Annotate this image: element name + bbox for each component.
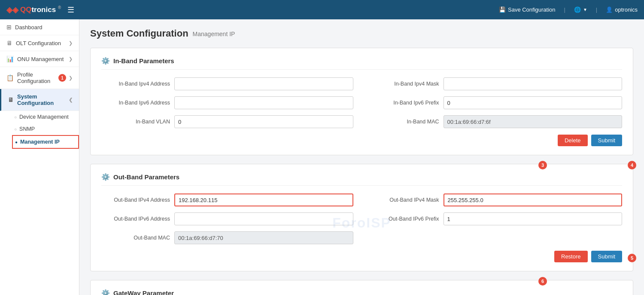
inband-actions: Delete Submit: [101, 135, 622, 146]
gateway-icon: ⚙️: [101, 289, 110, 295]
outband-ipv6-prefix-row: Out-Band IPv6 Prefix: [371, 212, 623, 225]
sidebar-item-label: System Configuration: [17, 93, 69, 106]
brand-logo: ◈◈ QQtronics ®: [6, 5, 61, 15]
olt-icon: 🖥: [6, 40, 12, 46]
circle-icon2: ○: [14, 127, 17, 132]
sidebar-sub-label: Management IP: [20, 139, 60, 145]
sidebar-item-snmp[interactable]: ○ SNMP: [12, 123, 79, 135]
profile-icon: 📋: [6, 74, 14, 81]
outband-ipv4-address-row: Out-Band IPv4 Address: [101, 194, 353, 206]
outband-ipv4-mask-input[interactable]: [444, 194, 623, 206]
inband-mac-input: [444, 115, 623, 128]
main-content: System Configuration Management IP ⚙️ In…: [79, 19, 644, 295]
outband-ipv6-prefix-label: Out-Band IPv6 Prefix: [371, 216, 439, 222]
sidebar-item-dashboard[interactable]: ⊞ Dashboard: [0, 19, 79, 35]
inband-submit-button[interactable]: Submit: [591, 135, 622, 146]
inband-ipv6-prefix-row: In-Band Ipv6 Prefix: [371, 96, 623, 109]
outband-ipv6-address-input[interactable]: [174, 212, 353, 225]
inband-ipv6-prefix-input[interactable]: [444, 96, 623, 109]
inband-section-header: ⚙️ In-Band Parameters: [101, 57, 622, 70]
outband-ipv6-prefix-input[interactable]: [444, 212, 623, 225]
inband-icon: ⚙️: [101, 57, 110, 65]
dashboard-icon: ⊞: [6, 24, 12, 31]
inband-ipv6-label: In-Band Ipv6 Address: [101, 100, 170, 106]
top-navigation: ◈◈ QQtronics ® ☰ 💾 Save Configuration | …: [0, 0, 644, 19]
outband-mask-label: Out-Band IPv4 Mask: [371, 197, 439, 203]
user-menu-button[interactable]: 👤 optronics: [606, 6, 638, 13]
sidebar: ⊞ Dashboard 🖥 OLT Configuration ❯ 📊 ONU …: [0, 19, 79, 295]
outband-submit-button[interactable]: Submit: [591, 251, 622, 262]
chevron-right-icon3: ❯: [69, 75, 73, 81]
inband-section: ⚙️ In-Band Parameters In-Band Ipv4 Addre…: [90, 48, 633, 155]
language-button[interactable]: 🌐 ▼: [574, 6, 587, 13]
logo-name: QQtronics ®: [20, 5, 61, 14]
gateway-section-header: ⚙️ GateWay Parameter: [101, 289, 622, 295]
menu-toggle-button[interactable]: ☰: [67, 5, 74, 15]
inband-vlan-input[interactable]: [174, 115, 353, 128]
save-label: Save Configuration: [508, 6, 556, 13]
sidebar-item-label: Dashboard: [15, 24, 43, 31]
annotation-badge-5: 5: [628, 254, 636, 262]
sidebar-item-onu-mgmt[interactable]: 📊 ONU Management ❯: [0, 51, 79, 67]
inband-mac-label: In-Band MAC: [371, 119, 439, 125]
inband-vlan-label: In-Band VLAN: [101, 119, 170, 125]
inband-ipv4-mask-row: In-Band Ipv4 Mask: [371, 77, 623, 90]
inband-ipv4-mask-input[interactable]: [444, 77, 623, 90]
annotation-badge-3: 3: [538, 161, 547, 169]
outband-form: Out-Band IPv4 Address Out-Band IPv4 Mask…: [101, 194, 622, 244]
annotation-badge-4: 4: [628, 161, 636, 169]
page-header: System Configuration Management IP: [90, 28, 633, 39]
inband-ipv4-address-input[interactable]: [174, 77, 353, 90]
inband-title: In-Band Parameters: [113, 57, 174, 65]
nav-right: 💾 Save Configuration | 🌐 ▼ | 👤 optronics: [499, 6, 638, 13]
sidebar-item-system-config[interactable]: 🖥 System Configuration ❮: [0, 89, 79, 111]
nav-divider2: |: [596, 6, 597, 13]
inband-delete-button[interactable]: Delete: [558, 135, 588, 146]
outband-icon: ⚙️: [101, 173, 110, 181]
inband-ipv4-label: In-Band Ipv4 Address: [101, 81, 170, 87]
sidebar-item-profile-config[interactable]: 📋 Profile Configuration 1 ❯: [0, 67, 79, 89]
page-subtitle: Management IP: [193, 31, 235, 37]
logo-icon: ◈◈: [6, 5, 18, 15]
outband-ipv6-label: Out-Band IPv6 Address: [101, 216, 170, 222]
outband-actions: Restore Submit: [101, 251, 622, 262]
sidebar-item-label: OLT Configuration: [16, 40, 61, 46]
gateway-section: 6 7 ⚙️ GateWay Parameter IPv4 GateWay IP…: [90, 280, 633, 295]
outband-ipv4-mask-row: Out-Band IPv4 Mask: [371, 194, 623, 206]
circle-icon: ○: [14, 115, 17, 120]
inband-ipv4-address-row: In-Band Ipv4 Address: [101, 77, 353, 90]
sidebar-item-management-ip[interactable]: ● Management IP: [12, 135, 79, 149]
chevron-icon: ▼: [583, 7, 587, 12]
outband-ipv6-address-row: Out-Band IPv6 Address: [101, 212, 353, 225]
save-config-button[interactable]: 💾 Save Configuration: [499, 6, 556, 13]
outband-mac-input: [174, 231, 353, 244]
badge-1: 1: [58, 74, 66, 82]
outband-ipv4-address-input[interactable]: [174, 194, 353, 206]
page-title: System Configuration: [90, 28, 188, 39]
inband-ipv6-prefix-label: In-Band Ipv6 Prefix: [371, 100, 439, 106]
nav-divider: |: [564, 6, 565, 13]
circle-filled-icon: ●: [15, 140, 18, 144]
outband-mac-row: Out-Band MAC: [101, 231, 353, 244]
outband-restore-button[interactable]: Restore: [554, 251, 588, 262]
onu-icon: 📊: [6, 55, 14, 62]
outband-section: 3 4 5 ⚙️ Out-Band Parameters ForoISP Out…: [90, 164, 633, 271]
sidebar-sub-label: SNMP: [19, 126, 35, 132]
annotation-badge-6: 6: [538, 277, 547, 286]
globe-icon: 🌐: [574, 6, 581, 13]
inband-vlan-row: In-Band VLAN: [101, 115, 353, 128]
sidebar-sub-label: Device Management: [19, 114, 69, 120]
inband-ipv6-address-row: In-Band Ipv6 Address: [101, 96, 353, 109]
user-icon: 👤: [606, 6, 613, 13]
sidebar-item-device-mgmt[interactable]: ○ Device Management: [12, 111, 79, 123]
system-config-submenu: ○ Device Management ○ SNMP ● Management …: [0, 111, 79, 149]
inband-ipv6-address-input[interactable]: [174, 96, 353, 109]
chevron-right-icon2: ❯: [69, 56, 73, 62]
outband-title: Out-Band Parameters: [113, 173, 179, 181]
sidebar-item-olt-config[interactable]: 🖥 OLT Configuration ❯: [0, 35, 79, 51]
chevron-right-icon: ❯: [69, 40, 73, 46]
inband-form: In-Band Ipv4 Address In-Band Ipv4 Mask I…: [101, 77, 622, 128]
gateway-title: GateWay Parameter: [113, 289, 174, 295]
system-icon: 🖥: [8, 96, 14, 103]
chevron-left-icon: ❮: [69, 97, 73, 103]
